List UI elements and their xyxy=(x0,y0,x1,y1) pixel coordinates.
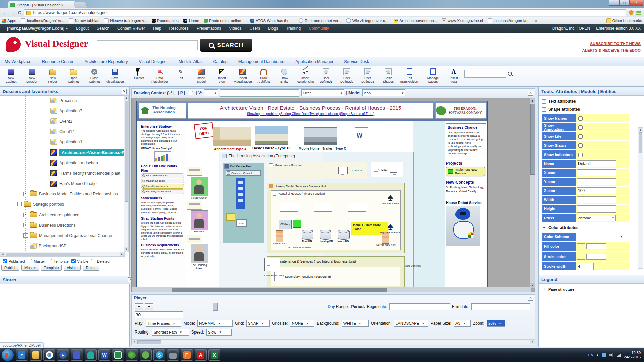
tree-item-hans-plaatje[interactable]: Han's Mooie Plaatje xyxy=(0,178,125,189)
expand-icon[interactable]: + xyxy=(542,287,546,291)
tree-item-backgroundsp[interactable]: BackgroundSP xyxy=(0,241,125,251)
pointer-button[interactable]: Pointer xyxy=(128,68,149,80)
tray-language[interactable]: EN xyxy=(588,353,593,357)
shield-extension-icon[interactable] xyxy=(629,10,634,15)
master-checkbox[interactable] xyxy=(28,259,32,263)
shape-attributes-section[interactable]: +Shape attributes xyxy=(542,107,644,112)
expand-icon[interactable]: + xyxy=(542,226,546,230)
toolbar-magnifier-icon[interactable] xyxy=(508,72,512,76)
page-structure-section[interactable]: +Page structure xyxy=(542,287,644,291)
expand-icon[interactable]: + xyxy=(542,99,546,104)
window-maximize-button[interactable]: ▢ xyxy=(619,0,629,6)
basic-shapes-button[interactable]: BasicShapes xyxy=(378,68,399,83)
drawing-canvas[interactable]: The Housing Association Architecture Vis… xyxy=(131,98,535,292)
draw-archifact-button[interactable]: DrawArchifact xyxy=(253,68,274,83)
tray-expand-icon[interactable]: ▲ xyxy=(596,353,599,357)
x-coor-input[interactable] xyxy=(577,169,616,176)
user-defined1-button[interactable]: UserDefined1 xyxy=(316,68,336,83)
show-life-checkbox[interactable] xyxy=(578,134,583,139)
name-input[interactable] xyxy=(577,160,616,167)
tree-folder-stategic-portfolio[interactable]: −Stategic portfolio xyxy=(0,199,125,209)
template-checkbox[interactable] xyxy=(48,259,52,263)
taskbar-remote-desktop[interactable] xyxy=(112,349,124,361)
bookmark-apps[interactable]: Apps xyxy=(2,19,16,23)
speed-select[interactable]: Slow▼ xyxy=(206,329,232,336)
mode-select[interactable]: Icon▼ xyxy=(362,89,405,96)
menu-architecture-repository[interactable]: Architecture Repository xyxy=(84,59,128,64)
master-button[interactable]: Master xyxy=(21,265,39,271)
nav-resources[interactable]: Resources xyxy=(166,26,192,31)
show-indicators-checkbox[interactable] xyxy=(578,153,583,157)
bookmark[interactable]: CORoundtables xyxy=(152,19,179,23)
alerts-link[interactable]: ALERTS & RECEIVE THE EBOO xyxy=(582,47,641,54)
fill-color-input[interactable] xyxy=(586,243,606,249)
show-names-checkbox[interactable] xyxy=(578,116,583,121)
published-checkbox[interactable] xyxy=(3,259,7,263)
other-bookmarks[interactable]: Other bookmarks xyxy=(606,18,642,23)
manage-layers-button[interactable]: ManageLayers xyxy=(423,68,443,83)
bookmark[interactable]: Nieuwe trainingen v... xyxy=(104,18,147,23)
step-button[interactable]: ► xyxy=(135,303,143,310)
y-coor-input[interactable] xyxy=(577,178,616,185)
orientation-select[interactable]: LANDSCAPE▼ xyxy=(394,320,428,327)
stroke-color-input[interactable] xyxy=(586,254,606,260)
taskbar-skype[interactable]: S xyxy=(153,349,165,361)
menu-visual-designer[interactable]: Visual Designer xyxy=(139,59,168,64)
close-icon[interactable]: ✕ xyxy=(122,89,127,94)
tree-item-application1[interactable]: Application1 xyxy=(0,137,125,147)
visible-button[interactable]: Visible xyxy=(64,265,80,271)
edit-button[interactable]: ✎Edit xyxy=(170,68,191,80)
zoom-select[interactable]: 20%▼ xyxy=(487,320,505,327)
tree-horizontal-scrollbar[interactable]: ◄► xyxy=(0,252,125,257)
nav-presentations[interactable]: Presentations xyxy=(193,26,225,31)
taskbar-acrobat[interactable]: A xyxy=(195,349,207,361)
nav-help[interactable]: Help xyxy=(149,26,165,31)
nav-training[interactable]: Training xyxy=(282,26,304,31)
expand-icon[interactable]: + xyxy=(542,107,546,112)
taskbar-calculator[interactable] xyxy=(167,349,179,361)
bookmark[interactable]: Wie zit tegenover u,... xyxy=(346,18,389,23)
taskbar-foxit[interactable]: F xyxy=(181,349,193,361)
context-checkbox[interactable] xyxy=(189,91,193,95)
tree-item-client14[interactable]: Client14 xyxy=(0,126,125,137)
effect-select[interactable]: chrome▼ xyxy=(577,215,616,221)
subscribe-link[interactable]: SUBSCRIBE TO THE NEWS xyxy=(582,40,641,47)
new-tab-button[interactable] xyxy=(73,2,88,8)
tree-folder-business-directions[interactable]: +Business Directions xyxy=(0,220,125,230)
url-bar[interactable]: https://www.dragon1.com/visualdesigner xyxy=(24,9,626,16)
stop-button[interactable]: ■ xyxy=(145,303,153,310)
tree-item-event1[interactable]: Event1 xyxy=(0,116,125,126)
site-security-icon[interactable] xyxy=(26,11,31,15)
taskbar-dragon1[interactable] xyxy=(126,349,138,361)
logout-link[interactable]: Logout xyxy=(72,26,92,31)
check-master[interactable]: Master xyxy=(26,258,45,264)
tree-item-applicatie-landschap[interactable]: Applicatie landschap xyxy=(0,158,125,168)
new-folder-button[interactable]: NewFolder xyxy=(42,68,63,83)
publish-button[interactable]: Publish xyxy=(1,265,19,271)
bookmarks-overflow-chevron[interactable]: » xyxy=(535,19,537,23)
stroke-width-input[interactable] xyxy=(577,263,594,270)
filter-select[interactable]: Filter▼ xyxy=(301,89,344,96)
begin-date-input[interactable] xyxy=(389,303,450,310)
taskbar-media-player[interactable]: ▸ xyxy=(57,349,69,361)
show-status-checkbox[interactable] xyxy=(578,143,583,148)
bookmark[interactable]: SwArchitectuurverkenn... xyxy=(394,19,437,23)
window-close-button[interactable]: ✕ xyxy=(629,0,643,6)
stroke-color-swatch[interactable] xyxy=(577,254,585,260)
paper-size-select[interactable]: A3▼ xyxy=(454,320,471,327)
user-defined2-button[interactable]: UserDefined2 xyxy=(336,68,357,83)
check-visible[interactable]: Visible xyxy=(70,258,88,264)
tools-vertical-scrollbar[interactable]: ▲ xyxy=(638,127,643,269)
back-button[interactable]: ← xyxy=(3,10,8,16)
forward-button[interactable]: → xyxy=(10,10,15,16)
insert-relationship-button[interactable]: InsertRelationship xyxy=(295,68,316,83)
expand-icon[interactable]: + xyxy=(23,223,28,227)
browser-tab[interactable]: Dragon1 | Visual Designer × xyxy=(8,1,76,9)
insert-view-button[interactable]: InsertView xyxy=(212,68,232,83)
text-attributes-section[interactable]: +Text attributes xyxy=(542,99,644,104)
player-horizontal-scrollbar[interactable]: ◄► xyxy=(132,339,535,344)
tree-item-harms-model[interactable]: Harms bedrijfsfunctiemodel plaat xyxy=(0,168,125,178)
taskbar-internet-explorer[interactable]: e xyxy=(16,349,28,361)
width-input[interactable] xyxy=(577,196,616,203)
gridsize-select[interactable]: NONE▼ xyxy=(290,320,314,327)
